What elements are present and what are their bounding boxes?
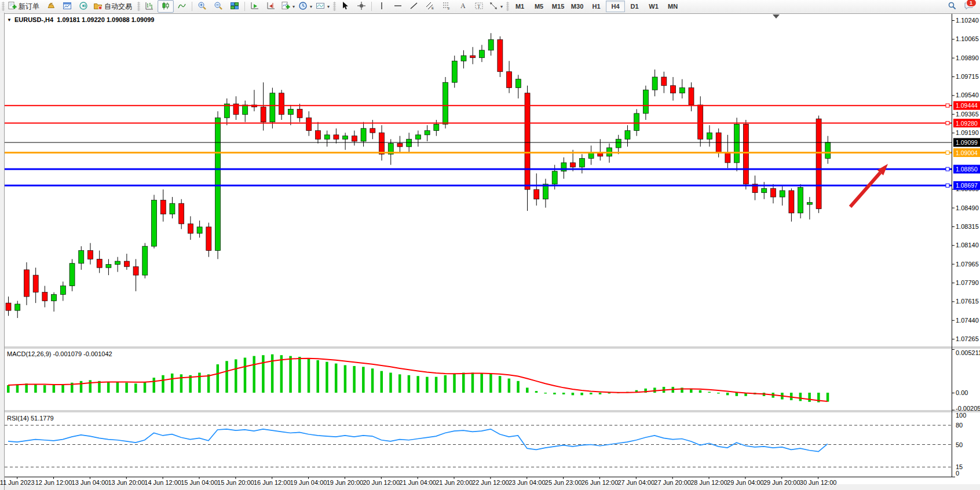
candle[interactable]: [789, 191, 794, 213]
tile-windows-button[interactable]: [226, 0, 243, 13]
candle[interactable]: [707, 133, 712, 139]
vertical-line-button[interactable]: [374, 0, 390, 13]
toolbar-grip[interactable]: [333, 2, 336, 11]
candle[interactable]: [498, 39, 503, 71]
candle[interactable]: [534, 189, 539, 199]
candle[interactable]: [507, 72, 512, 88]
candle[interactable]: [698, 105, 703, 139]
arrows-button[interactable]: ▾: [487, 0, 504, 13]
candle[interactable]: [106, 265, 111, 268]
toolbar-grip[interactable]: [506, 2, 509, 11]
timeframe-button-m15[interactable]: M15: [548, 1, 568, 12]
candle[interactable]: [15, 304, 20, 310]
zoom-out-button[interactable]: [210, 0, 226, 13]
candle[interactable]: [152, 200, 157, 247]
candle[interactable]: [206, 227, 211, 251]
candle[interactable]: [525, 93, 530, 189]
candle[interactable]: [689, 87, 694, 105]
candle[interactable]: [170, 203, 175, 214]
timeframe-button-h1[interactable]: H1: [587, 1, 606, 12]
candle[interactable]: [179, 203, 184, 224]
line-handle[interactable]: [946, 151, 949, 155]
candle[interactable]: [479, 50, 484, 58]
candle[interactable]: [552, 171, 557, 184]
candle[interactable]: [807, 202, 812, 204]
candle[interactable]: [87, 251, 93, 259]
candle[interactable]: [343, 136, 348, 140]
candle[interactable]: [42, 292, 47, 301]
candle[interactable]: [780, 191, 785, 197]
candle[interactable]: [379, 133, 385, 154]
candle[interactable]: [306, 118, 312, 130]
chart-canvas[interactable]: 1.102401.100651.098901.097151.095401.093…: [0, 13, 980, 490]
candle[interactable]: [425, 130, 430, 134]
collapse-triangle-icon[interactable]: ▼: [7, 17, 12, 23]
candle[interactable]: [762, 188, 767, 192]
candle[interactable]: [661, 77, 667, 86]
candle[interactable]: [361, 129, 366, 141]
candle[interactable]: [288, 109, 293, 114]
candle[interactable]: [352, 136, 357, 141]
candle[interactable]: [70, 264, 75, 286]
candle[interactable]: [279, 93, 284, 115]
candle[interactable]: [671, 86, 676, 93]
candle[interactable]: [679, 87, 685, 93]
candle[interactable]: [461, 56, 466, 61]
horizontal-line-button[interactable]: [390, 0, 406, 13]
candle[interactable]: [133, 266, 138, 275]
timeframe-button-mn[interactable]: MN: [663, 1, 682, 12]
line-handle[interactable]: [946, 167, 949, 171]
candle[interactable]: [270, 93, 275, 122]
timeframe-button-h4[interactable]: H4: [606, 1, 625, 12]
candle[interactable]: [571, 163, 576, 167]
chart-shift-button[interactable]: [263, 0, 279, 13]
candle[interactable]: [643, 90, 648, 114]
text-label-button[interactable]: T: [471, 0, 487, 13]
candle[interactable]: [579, 159, 584, 167]
candle[interactable]: [397, 144, 403, 147]
candle[interactable]: [470, 56, 476, 58]
candle[interactable]: [197, 227, 202, 233]
timeframe-button-m5[interactable]: M5: [529, 1, 548, 12]
zoom-in-button[interactable]: [194, 0, 210, 13]
candle[interactable]: [188, 224, 193, 233]
fibonacci-button[interactable]: F: [438, 0, 455, 13]
line-handle[interactable]: [946, 122, 949, 125]
toolbar-grip[interactable]: [2, 2, 5, 11]
timeframe-button-d1[interactable]: D1: [625, 1, 644, 12]
candle[interactable]: [115, 261, 120, 265]
candle[interactable]: [407, 139, 412, 147]
signals-button[interactable]: [75, 0, 92, 13]
candle[interactable]: [816, 119, 821, 209]
candle[interactable]: [443, 82, 448, 124]
candle[interactable]: [79, 251, 84, 264]
new-order-button[interactable]: 新订单: [6, 0, 43, 13]
candle[interactable]: [452, 61, 457, 82]
auto-scroll-button[interactable]: [247, 0, 263, 13]
chat-button[interactable]: 1: [960, 0, 977, 13]
timeframe-button-m30[interactable]: M30: [568, 1, 587, 12]
candle[interactable]: [324, 135, 330, 139]
candle[interactable]: [160, 200, 166, 214]
candle[interactable]: [616, 139, 621, 148]
search-button[interactable]: [944, 0, 960, 13]
candle[interactable]: [124, 261, 129, 266]
line-handle[interactable]: [946, 184, 949, 187]
crosshair-button[interactable]: [353, 0, 370, 13]
templates-button[interactable]: ▾: [314, 0, 331, 13]
candle[interactable]: [33, 275, 38, 292]
cursor-button[interactable]: [337, 0, 353, 13]
candle[interactable]: [243, 105, 248, 115]
candle[interactable]: [297, 109, 302, 118]
indicators-button[interactable]: ▾: [279, 0, 297, 13]
candlestick-chart-button[interactable]: [158, 0, 174, 13]
candle[interactable]: [725, 152, 730, 162]
candle[interactable]: [261, 107, 266, 122]
periods-button[interactable]: ▾: [297, 0, 314, 13]
candle[interactable]: [6, 303, 11, 310]
chart-window-button[interactable]: [59, 0, 75, 13]
timeframe-button-w1[interactable]: W1: [644, 1, 663, 12]
candle[interactable]: [515, 79, 521, 88]
text-button[interactable]: A: [455, 0, 471, 13]
candle[interactable]: [434, 124, 439, 130]
